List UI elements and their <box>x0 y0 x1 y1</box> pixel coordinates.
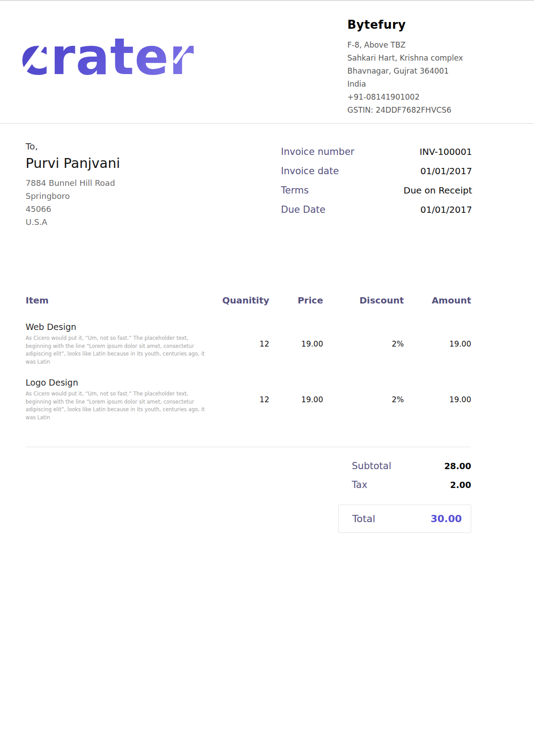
invoice-date-label: Invoice date <box>281 166 339 176</box>
customer-name: Purvi Panjvani <box>26 155 120 171</box>
tax-value: 2.00 <box>450 480 471 490</box>
bill-to-prefix: To, <box>26 141 120 152</box>
item-discount: 2% <box>323 339 404 348</box>
company-address-line: F-8, Above TBZ <box>347 39 472 52</box>
table-row: Web Design As Cicero would put it, “Um, … <box>26 322 471 366</box>
column-header-price: Price <box>269 295 323 306</box>
item-amount: 19.00 <box>404 395 471 404</box>
due-date-row: Due Date 01/01/2017 <box>281 204 472 215</box>
column-header-discount: Discount <box>323 295 404 306</box>
table-bottom-divider <box>26 447 471 447</box>
invoice-page: crater Bytefury F-8, Above TBZ Sahkari H… <box>0 0 534 756</box>
invoice-number-row: Invoice number INV-100001 <box>281 146 472 157</box>
invoice-meta-block: Invoice number INV-100001 Invoice date 0… <box>281 141 472 224</box>
subtotal-value: 28.00 <box>444 461 471 471</box>
customer-address-line: U.S.A <box>26 215 120 229</box>
invoice-number-value: INV-100001 <box>420 146 472 157</box>
item-price: 19.00 <box>269 339 323 348</box>
item-quantity: 12 <box>218 395 269 404</box>
item-description: As Cicero would put it, “Um, not so fast… <box>26 334 214 366</box>
item-cell: Web Design As Cicero would put it, “Um, … <box>26 322 218 366</box>
crater-logo: crater <box>20 31 194 82</box>
item-price: 19.00 <box>269 395 323 404</box>
total-box: Total 30.00 <box>338 505 471 533</box>
item-cell: Logo Design As Cicero would put it, “Um,… <box>26 378 218 422</box>
bill-to-block: To, Purvi Panjvani 7884 Bunnel Hill Road… <box>26 141 120 229</box>
customer-address-line: 45066 <box>26 202 120 215</box>
company-info-block: Bytefury F-8, Above TBZ Sahkari Hart, Kr… <box>347 18 472 117</box>
column-header-amount: Amount <box>404 295 471 306</box>
total-value: 30.00 <box>430 513 462 524</box>
items-table-header: Item Quanitity Price Discount Amount <box>26 295 471 306</box>
subtotal-row: Subtotal 28.00 <box>338 461 471 471</box>
company-address-line: India <box>347 78 472 91</box>
customer-address-line: 7884 Bunnel Hill Road <box>26 176 120 189</box>
item-description: As Cicero would put it, “Um, not so fast… <box>26 390 214 422</box>
item-quantity: 12 <box>218 339 269 348</box>
totals-section: Subtotal 28.00 Tax 2.00 Total 30.00 <box>0 461 534 533</box>
invoice-header: crater Bytefury F-8, Above TBZ Sahkari H… <box>0 1 534 124</box>
terms-label: Terms <box>281 185 309 196</box>
column-header-quantity: Quanitity <box>218 295 269 306</box>
company-phone: +91-08141901002 <box>347 91 472 104</box>
item-name: Logo Design <box>26 378 218 387</box>
item-amount: 19.00 <box>404 339 471 348</box>
column-header-item: Item <box>26 295 218 306</box>
total-label: Total <box>352 513 375 524</box>
customer-address-line: Springboro <box>26 189 120 202</box>
company-gstin: GSTIN: 24DDF7682FHVCS6 <box>347 104 472 117</box>
item-name: Web Design <box>26 322 218 332</box>
invoice-number-label: Invoice number <box>281 146 355 157</box>
terms-row: Terms Due on Receipt <box>281 185 472 196</box>
tax-row: Tax 2.00 <box>338 479 471 490</box>
due-date-value: 01/01/2017 <box>420 204 472 215</box>
company-address-line: Sahkari Hart, Krishna complex <box>347 52 472 65</box>
invoice-date-value: 01/01/2017 <box>420 166 472 176</box>
subtotal-label: Subtotal <box>352 461 391 471</box>
table-row: Logo Design As Cicero would put it, “Um,… <box>26 378 471 422</box>
terms-value: Due on Receipt <box>403 185 472 196</box>
tax-label: Tax <box>352 479 368 490</box>
items-table: Item Quanitity Price Discount Amount Web… <box>0 295 534 447</box>
parties-section: To, Purvi Panjvani 7884 Bunnel Hill Road… <box>0 124 534 229</box>
due-date-label: Due Date <box>281 204 325 215</box>
totals-rows: Subtotal 28.00 Tax 2.00 <box>338 461 471 498</box>
company-name: Bytefury <box>347 18 472 31</box>
invoice-date-row: Invoice date 01/01/2017 <box>281 166 472 176</box>
company-address-line: Bhavnagar, Gujrat 364001 <box>347 65 472 78</box>
item-discount: 2% <box>323 395 404 404</box>
